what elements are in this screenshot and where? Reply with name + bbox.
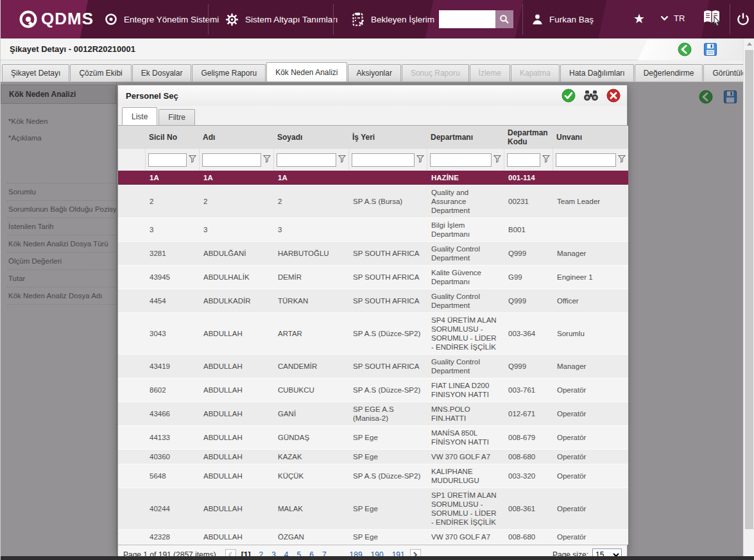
table-row[interactable]: 42328ABDULLAHÖZGANSP EgeVW 370 GOLF A700… (118, 530, 628, 545)
cell: 5648 (145, 464, 199, 488)
table-row[interactable]: 333Bilgi İşlem DepartmanıB001 (118, 218, 628, 242)
scrollbar-thumb[interactable] (745, 50, 753, 529)
filter-input-departman-kodu[interactable] (507, 153, 540, 167)
column-header-i̇ş-yeri[interactable]: İş Yeri (348, 126, 427, 149)
nav-item-sistem-altyapi-tanimlari[interactable]: Sistem Altyapı Tanımları (225, 0, 338, 38)
tab-şikayet-detayı[interactable]: Şikayet Detayı (2, 64, 69, 81)
back-button[interactable] (678, 42, 692, 56)
nav-item-entegre-yonetim-sistemi[interactable]: Entegre Yönetim Sistemi (105, 0, 219, 38)
cell: Operatör (553, 450, 628, 464)
column-header-soyadı[interactable]: Soyadı (273, 126, 348, 149)
tab-kök-neden-analizi[interactable]: Kök Neden Analizi (266, 62, 347, 81)
cell: SP SOUTH AFRICA (348, 266, 427, 289)
table-row[interactable]: 43466ABDULLAHGANİSP EGE A.S (Manisa-2)MN… (118, 402, 628, 426)
table-row[interactable]: 5648ABDULLAHKÜÇÜKSP A.S (Düzce-SP2)KALIP… (118, 464, 628, 488)
table-row[interactable]: 40360ABDULLAHKAZAKSP EgeVW 370 GOLF A700… (118, 450, 628, 464)
language-selector[interactable]: TR (660, 13, 685, 23)
titlebar-decoration (576, 38, 743, 60)
window-bottom-edge (1, 556, 754, 560)
row-select-cell (118, 378, 145, 402)
cell: TÜRKAN (273, 289, 348, 313)
scroll-up-button[interactable] (744, 38, 754, 49)
filter-input-unvanı[interactable] (556, 153, 617, 167)
filter-funnel-icon[interactable] (263, 154, 271, 165)
cell (553, 218, 628, 242)
filter-funnel-icon[interactable] (542, 154, 550, 165)
tab-çözüm-ekibi[interactable]: Çözüm Ekibi (70, 64, 131, 81)
filter-funnel-icon[interactable] (416, 154, 424, 165)
filter-cell-i̇ş-yeri (348, 149, 427, 171)
cell: SP Ege (348, 530, 427, 545)
filter-funnel-icon[interactable] (338, 154, 346, 165)
close-button[interactable] (606, 89, 621, 103)
cell: Guality Control Department (427, 355, 504, 378)
cell: 2 (145, 185, 199, 218)
binoculars-icon[interactable] (583, 89, 599, 102)
table-row[interactable]: 3043ABDULLAHARTARSP A.S (Düzce-SP2)SP4 Ü… (118, 313, 628, 355)
table-row[interactable]: 3281ABDULĞANİHARBUTOĞLUSP SOUTH AFRICAGu… (118, 242, 628, 266)
cell: B001 (504, 218, 553, 242)
cell: 3 (145, 218, 199, 242)
table-row[interactable]: 44133ABDULLAHGÜNDAŞSP EgeMANİSA 850L FİN… (118, 426, 628, 450)
filter-funnel-icon[interactable] (189, 154, 196, 165)
favorites-star-icon[interactable]: ★ (633, 11, 645, 26)
table-row-selected[interactable]: 1A1A1AHAZİNE001-114 (118, 171, 628, 185)
table-row[interactable]: 4454ABDULKADİRTÜRKANSP SOUTH AFRICAGuali… (118, 289, 628, 313)
row-select-cell (118, 313, 145, 355)
cell: 008-679 (504, 426, 553, 450)
search-input[interactable] (439, 10, 495, 28)
cell: ABDULĞANİ (199, 242, 273, 266)
column-header-sicil-no[interactable]: Sicil No (145, 126, 199, 149)
table-row[interactable]: 222SP A.S (Bursa)Quality and Assurance D… (118, 185, 628, 218)
nav-separator (522, 4, 523, 35)
cell: 2 (273, 185, 348, 218)
tab-aksiyonlar[interactable]: Aksiyonlar (348, 64, 401, 81)
tab-değerlendirme[interactable]: Değerlendirme (635, 64, 703, 81)
cell: 40244 (145, 488, 199, 530)
navbar-search (439, 10, 513, 28)
cell: KAZAK (273, 450, 348, 464)
filter-input-soyadı[interactable] (277, 153, 336, 167)
search-button[interactable] (495, 10, 513, 28)
table-row[interactable]: 8602ABDULLAHCUBUKCUSP A.S (Düzce-SP2)FIA… (118, 378, 628, 402)
filter-funnel-icon[interactable] (618, 154, 626, 165)
chevron-down-icon (660, 15, 669, 21)
tab-hata-dağılımları[interactable]: Hata Dağılımları (560, 64, 634, 81)
filter-input-i̇ş-yeri[interactable] (352, 153, 415, 167)
column-header-departmanı[interactable]: Departmanı (427, 126, 504, 149)
cell: 3 (273, 218, 348, 242)
grid-filter-row (118, 149, 628, 171)
table-row[interactable]: 43419ABDULLAHCANDEMİRSP SOUTH AFRICAGual… (118, 355, 628, 378)
column-header-adı[interactable]: Adı (199, 126, 273, 149)
cell: ABDULLAH (199, 450, 273, 464)
user-menu[interactable]: Furkan Baş (532, 0, 594, 38)
logout-button[interactable] (736, 12, 750, 29)
vertical-scrollbar[interactable] (743, 38, 754, 560)
table-row[interactable]: 43945ABDULHALİKDEMİRSP SOUTH AFRICAKalit… (118, 266, 628, 289)
cell: 2 (199, 185, 273, 218)
filter-cell-departman-kodu (504, 149, 553, 171)
confirm-button[interactable] (561, 89, 576, 103)
nav-item-bekleyen-islerim[interactable]: Bekleyen İşlerim (352, 0, 434, 38)
filter-input-adı[interactable] (202, 153, 261, 167)
column-header-departman-kodu[interactable]: Departman Kodu (504, 126, 553, 149)
dialog-tab-liste[interactable]: Liste (122, 107, 157, 125)
help-guide-button[interactable] (701, 8, 722, 30)
row-select-cell (118, 242, 145, 266)
cell: 43419 (145, 355, 199, 378)
user-icon (532, 13, 543, 25)
tab-ek-dosyalar[interactable]: Ek Dosyalar (132, 64, 192, 81)
column-header-unvanı[interactable]: Unvanı (553, 126, 628, 149)
qdms-logo[interactable]: QDMS (19, 9, 94, 29)
cell: MANİSA 850L FİNİSYON HATTI (427, 426, 504, 450)
cell: 003-761 (504, 378, 553, 402)
cell: 43466 (145, 402, 199, 426)
filter-funnel-icon[interactable] (493, 154, 501, 165)
filter-input-departmanı[interactable] (430, 153, 492, 167)
table-row[interactable]: 40244ABDULLAHMALAKSP EgeSP1 ÜRETİM ALAN … (118, 488, 628, 530)
filter-input-sicil-no[interactable] (148, 153, 187, 167)
save-button[interactable] (703, 42, 717, 56)
tab-gelişme-raporu[interactable]: Gelişme Raporu (192, 64, 266, 81)
dialog-tab-filtre[interactable]: Filtre (159, 109, 195, 125)
row-select-cell (118, 355, 145, 378)
